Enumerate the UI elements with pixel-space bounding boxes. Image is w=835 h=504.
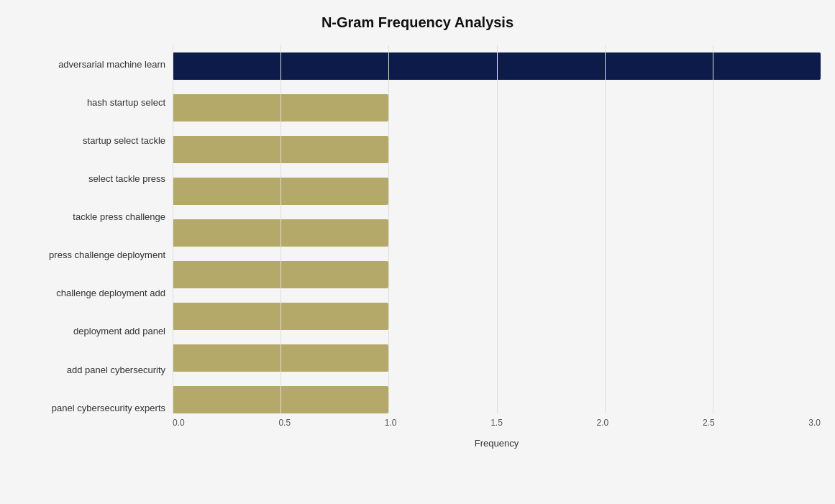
grid-line xyxy=(280,45,281,413)
y-label: tackle press challenge xyxy=(73,211,165,223)
x-axis: 0.00.51.01.52.02.53.0 xyxy=(173,413,821,435)
bars-and-xaxis: 0.00.51.01.52.02.53.0 Frequency xyxy=(173,45,821,449)
x-axis-label: Frequency xyxy=(173,438,821,449)
y-label: press challenge deployment xyxy=(49,249,165,261)
x-tick: 2.5 xyxy=(703,418,715,435)
y-label: challenge deployment add xyxy=(56,288,165,299)
chart-container: N-Gram Frequency Analysis adversarial ma… xyxy=(0,0,835,504)
y-label: startup select tackle xyxy=(83,135,165,147)
x-tick: 2.0 xyxy=(597,418,609,435)
y-label: deployment add panel xyxy=(73,326,165,337)
grid-line xyxy=(605,45,606,413)
x-tick: 1.5 xyxy=(490,418,503,435)
grid-line xyxy=(388,45,389,413)
chart-title: N-Gram Frequency Analysis xyxy=(14,14,821,31)
grid-line xyxy=(173,45,173,413)
y-label: add panel cybersecurity xyxy=(67,365,165,376)
x-tick: 0.0 xyxy=(173,418,185,435)
chart-area: adversarial machine learnhash startup se… xyxy=(14,45,821,449)
y-label: select tackle press xyxy=(88,173,165,185)
grid-line xyxy=(713,45,713,413)
bars-plot xyxy=(173,45,821,413)
y-labels: adversarial machine learnhash startup se… xyxy=(14,45,173,449)
x-tick: 1.0 xyxy=(385,418,397,435)
y-label: hash startup select xyxy=(87,97,165,109)
grid-line xyxy=(497,45,498,413)
x-tick: 0.5 xyxy=(278,418,291,435)
y-label: panel cybersecurity experts xyxy=(52,403,165,414)
x-tick: 3.0 xyxy=(808,418,821,435)
y-label: adversarial machine learn xyxy=(58,59,165,70)
